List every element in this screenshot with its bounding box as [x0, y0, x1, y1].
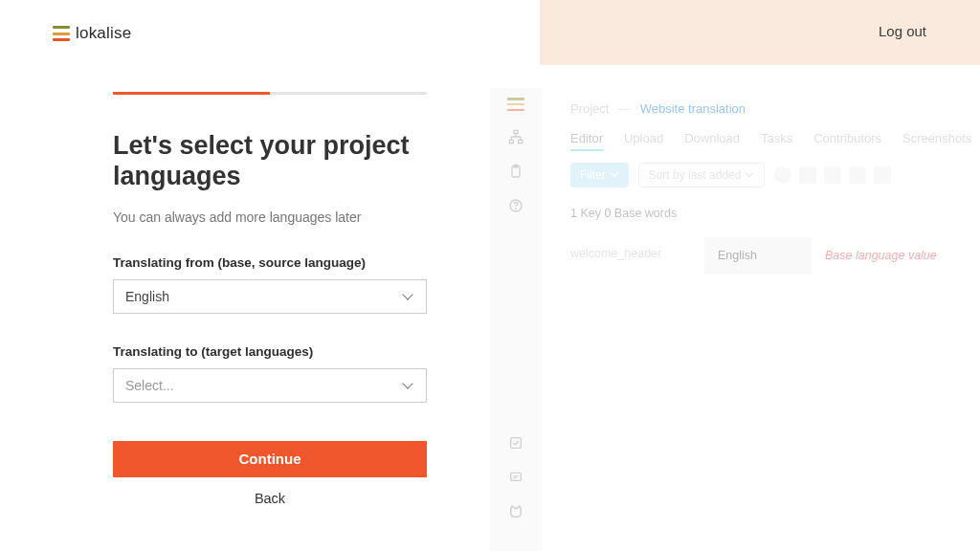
preview-main: Project — Website translation Editor Upl…	[542, 88, 980, 551]
checkbox-icon	[507, 434, 524, 452]
editor-toolbar: Filter Sort by last added	[570, 163, 961, 187]
tab-upload[interactable]: Upload	[624, 131, 663, 145]
tab-download[interactable]: Download	[684, 131, 740, 145]
source-language-value: English	[125, 289, 169, 304]
chevron-down-icon	[403, 380, 414, 391]
breadcrumb-sep: —	[618, 101, 631, 116]
tab-contributors[interactable]: Contributors	[813, 131, 881, 145]
topbar: lokalise Log out	[0, 0, 980, 65]
target-languages-select[interactable]: Select...	[113, 368, 427, 403]
tab-screenshots[interactable]: Screenshots	[902, 131, 971, 145]
breadcrumb-project[interactable]: Website translation	[640, 101, 746, 116]
help-icon	[507, 197, 524, 214]
key-row: welcome_header English Base language val…	[570, 237, 961, 274]
editor-preview: Project — Website translation Editor Upl…	[490, 88, 980, 551]
key-language[interactable]: English	[704, 237, 812, 274]
source-language-select[interactable]: English	[113, 279, 427, 314]
svg-rect-1	[509, 140, 513, 143]
toolbar-icons	[774, 166, 891, 184]
logout-link[interactable]: Log out	[879, 23, 926, 39]
cat-icon	[507, 503, 524, 520]
tab-editor[interactable]: Editor	[570, 131, 603, 145]
continue-button[interactable]: Continue	[113, 441, 427, 477]
tab-tasks[interactable]: Tasks	[761, 131, 792, 145]
progress-fill	[113, 92, 270, 95]
toolbar-icon[interactable]	[874, 166, 891, 184]
brand-logo-icon	[53, 26, 70, 41]
chevron-down-icon	[746, 171, 754, 179]
filter-label: Filter	[580, 168, 606, 182]
toolbar-icon[interactable]	[774, 166, 791, 184]
filter-button[interactable]: Filter	[570, 163, 629, 187]
editor-tabs: Editor Upload Download Tasks Contributor…	[570, 131, 961, 145]
svg-rect-7	[511, 438, 522, 449]
chevron-down-icon	[612, 171, 619, 179]
page-title: Let's select your project languages	[113, 131, 429, 192]
clipboard-icon	[507, 163, 524, 180]
target-languages-label: Translating to (target languages)	[113, 344, 429, 359]
brand-name: lokalise	[76, 24, 131, 43]
sort-button[interactable]: Sort by last added	[638, 163, 766, 187]
toolbar-icon[interactable]	[849, 166, 866, 184]
chevron-down-icon	[403, 291, 414, 302]
brand-logo[interactable]: lokalise	[53, 24, 131, 43]
toolbar-icon[interactable]	[824, 166, 841, 184]
page-subtitle: You can always add more languages later	[113, 209, 429, 225]
sort-label: Sort by last added	[649, 168, 742, 182]
breadcrumb-root[interactable]: Project	[570, 101, 609, 116]
toolbar-icon[interactable]	[799, 166, 816, 184]
key-count-text: 1 Key 0 Base words	[570, 207, 961, 220]
target-languages-placeholder: Select...	[125, 378, 174, 393]
preview-sidebar	[490, 88, 542, 551]
source-language-label: Translating from (base, source language)	[113, 255, 429, 270]
svg-rect-0	[514, 130, 518, 133]
back-button[interactable]: Back	[113, 491, 427, 506]
key-name[interactable]: welcome_header	[570, 237, 704, 274]
svg-point-6	[516, 209, 517, 209]
brand-logo-icon	[507, 98, 524, 111]
message-icon	[507, 469, 524, 486]
key-value-placeholder[interactable]: Base language value	[812, 237, 961, 274]
breadcrumb: Project — Website translation	[570, 101, 961, 116]
svg-rect-2	[519, 140, 523, 143]
progress-bar	[113, 92, 427, 95]
wizard-panel: Let's select your project languages You …	[113, 92, 429, 506]
sitemap-icon	[507, 128, 524, 145]
svg-rect-8	[511, 473, 522, 480]
